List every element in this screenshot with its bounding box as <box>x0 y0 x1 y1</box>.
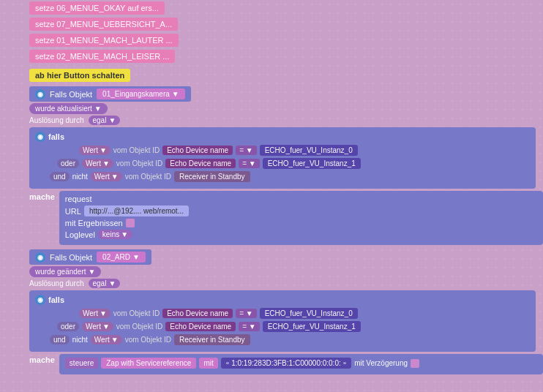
block1-loglevel-row: Loglevel keins ▼ <box>65 230 537 239</box>
block2: ◉ Falls Objekt 02_ARD ▼ wurde geändert ▼… <box>0 249 543 374</box>
block1-wurde-arrow: ▼ <box>94 105 102 113</box>
block1-mache-section: mache request URL http://...@192.... web… <box>29 191 543 245</box>
block2-wurde-tag[interactable]: wurde geändert ▼ <box>29 266 101 277</box>
block2-falls-label: falls <box>48 295 64 304</box>
block2-cond1-eq[interactable]: = ▼ <box>236 309 257 318</box>
block1-url-value[interactable]: http://...@192.... web/remot... <box>84 206 189 216</box>
block1-auslosung-row: Auslösung durch egal ▼ <box>29 116 543 125</box>
block1-cond3-vom: vom Objekt ID <box>125 173 171 181</box>
block1-mit-ergebnissen-label: mit Ergebnissen <box>65 219 123 227</box>
block2-cond3: und nicht Wert ▼ vom Objekt ID Receiver … <box>35 334 530 345</box>
strip-row-3: setze 01_MENUE_MACH_LAUTER ... <box>0 32 543 48</box>
block2-zap-tag[interactable]: Zap with Servicereference <box>101 358 196 369</box>
block1-request-label: request <box>65 195 92 203</box>
block1-cond1-wert[interactable]: Wert ▼ <box>79 146 111 155</box>
block1-loglevel-label: Loglevel <box>65 230 95 239</box>
main-container: setze 06_MENUE_OKAY auf ers... setze 07_… <box>0 0 543 392</box>
block2-cond2-wert[interactable]: Wert ▼ <box>82 322 113 331</box>
block2-cond3-nicht: nicht <box>72 336 88 344</box>
block1-cond3-nicht: nicht <box>72 173 88 181</box>
block1-url-label: URL <box>65 207 81 216</box>
strip-block-3[interactable]: setze 01_MENUE_MACH_LAUTER ... <box>29 34 179 47</box>
block1-wurde-row: wurde aktualisiert ▼ <box>29 103 543 114</box>
block1-cond3: und nicht Wert ▼ vom Objekt ID Receiver … <box>35 171 530 182</box>
block2-cond1-obj: Echo Device name <box>162 309 233 318</box>
block1-auslosung-label: Auslösung durch <box>29 116 84 124</box>
block2-cond1-echo-name[interactable]: ECHO_fuer_VU_Instanz_0 <box>260 308 358 319</box>
block1-egal-tag[interactable]: egal ▼ <box>89 116 121 125</box>
block2-wurde-row: wurde geändert ▼ <box>29 266 543 277</box>
block2-cond3-obj: Receiver in Standby <box>174 334 250 345</box>
block1-url-row: URL http://...@192.... web/remot... <box>65 206 537 216</box>
block2-falls-header: ◉ falls <box>35 295 530 305</box>
block2-cond2-obj: Echo Device name <box>165 322 236 331</box>
block2-mache-inner: steuere Zap with Servicereference mit « … <box>59 354 543 374</box>
block1-cond3-wert[interactable]: Wert ▼ <box>91 172 122 181</box>
strip-block-2[interactable]: setze 07_MENUE_UEBERSICHT_A... <box>29 18 178 31</box>
block1-cond1-obj: Echo Device name <box>162 146 233 155</box>
strip-block-1[interactable]: setze 06_MENUE_OKAY auf ers... <box>29 1 165 15</box>
block1-obj-arrow: ▼ <box>172 90 179 98</box>
block2-falls-section: ◉ falls Wert ▼ vom Objekt ID Echo Device… <box>29 290 536 352</box>
block2-cond3-und[interactable]: und <box>50 335 70 344</box>
block2-verz-dot[interactable] <box>411 359 419 368</box>
block1-mit-ergebnissen-checkbox[interactable] <box>126 219 135 227</box>
block1-mit-ergebnissen-row: mit Ergebnissen <box>65 219 537 227</box>
block1-cond2-eq[interactable]: = ▼ <box>239 159 260 168</box>
block1-mache-label: mache <box>29 191 55 201</box>
block1-circle-icon: ◉ <box>35 89 45 99</box>
block1-egal-arrow: ▼ <box>108 116 116 124</box>
block2-addr-tag[interactable]: « 1:0:19:283D:3FB:1:C00000:0:0:0: » <box>221 358 351 369</box>
block2-cond1: Wert ▼ vom Objekt ID Echo Device name = … <box>35 308 530 319</box>
block2-mache-section: mache steuere Zap with Servicereference … <box>29 354 543 374</box>
block2-cond2-oder[interactable]: oder <box>57 322 79 331</box>
block1-obj-name-tag[interactable]: 01_Eingangskamera ▼ <box>97 88 185 99</box>
block2-cond3-wert[interactable]: Wert ▼ <box>91 335 122 344</box>
block2-steuere-row: steuere Zap with Servicereference mit « … <box>65 358 537 369</box>
block2-cond1-vom: vom Objekt ID <box>113 309 160 317</box>
block2-mit-verz-label: mit Verzögerung <box>354 359 408 367</box>
block2-auslosung-row: Auslösung durch egal ▼ <box>29 279 543 288</box>
button-label: ab hier Button schalten <box>29 69 130 82</box>
block2-mache-label: mache <box>29 354 55 364</box>
block1-falls-label: falls <box>48 132 64 141</box>
strip-block-4[interactable]: setze 02_MENUE_MACH_LEISER ... <box>29 50 175 63</box>
block2-cond2-echo-name[interactable]: ECHO_fuer_VU_Instanz_1 <box>263 321 361 332</box>
block2-egal-arrow: ▼ <box>108 279 116 287</box>
block1-cond2-wert[interactable]: Wert ▼ <box>82 159 113 168</box>
block1-cond3-und[interactable]: und <box>50 172 70 181</box>
strip-row-2: setze 07_MENUE_UEBERSICHT_A... <box>0 16 543 32</box>
block2-wurde-arrow: ▼ <box>89 268 96 276</box>
block2-cond1-wert[interactable]: Wert ▼ <box>79 309 111 318</box>
block2-falls-objekt-label: Falls Objekt <box>50 253 92 262</box>
block2-obj-name-tag[interactable]: 02_ARD ▼ <box>97 252 146 263</box>
block2-falls-objekt-row: ◉ Falls Objekt 02_ARD ▼ <box>29 249 543 265</box>
block2-cond2-vom: vom Objekt ID <box>116 323 162 331</box>
block1-falls-objekt-label: Falls Objekt <box>50 90 92 99</box>
block1-falls-objekt-row: ◉ Falls Objekt 01_Eingangskamera ▼ <box>29 86 543 102</box>
block1-cond2-vom: vom Objekt ID <box>116 159 162 167</box>
block1-keins-tag[interactable]: keins ▼ <box>98 230 132 239</box>
strip-row-1: setze 06_MENUE_OKAY auf ers... <box>0 0 543 16</box>
block1-wurde-tag[interactable]: wurde aktualisiert ▼ <box>29 103 108 114</box>
block1-cond1-echo-name[interactable]: ECHO_fuer_VU_Instanz_0 <box>260 145 358 156</box>
block1-cond2: oder Wert ▼ vom Objekt ID Echo Device na… <box>35 158 530 169</box>
block1-cond2-echo-name[interactable]: ECHO_fuer_VU_Instanz_1 <box>263 158 361 169</box>
block2-steuere-tag: steuere <box>65 358 98 369</box>
block1-cond3-obj: Receiver in Standby <box>174 171 250 182</box>
block2-cond2-eq[interactable]: = ▼ <box>239 322 260 331</box>
block1-falls-objekt-bg: ◉ Falls Objekt 01_Eingangskamera ▼ <box>29 86 191 102</box>
block2-obj-arrow: ▼ <box>132 253 140 261</box>
block1-cond2-oder[interactable]: oder <box>57 159 79 168</box>
block2-falls-objekt-bg: ◉ Falls Objekt 02_ARD ▼ <box>29 249 151 265</box>
block2-circle-icon: ◉ <box>35 252 45 263</box>
block1-cond1-vom: vom Objekt ID <box>113 146 160 154</box>
block1-request-row: request <box>65 195 537 203</box>
block1-falls-icon: ◉ <box>35 132 45 142</box>
block2-cond2: oder Wert ▼ vom Objekt ID Echo Device na… <box>35 321 530 332</box>
block2-mit-tag[interactable]: mit <box>199 358 217 369</box>
block1-falls-header: ◉ falls <box>35 132 530 142</box>
block1-cond1: Wert ▼ vom Objekt ID Echo Device name = … <box>35 145 530 156</box>
block2-egal-tag[interactable]: egal ▼ <box>89 279 121 288</box>
block1-cond1-eq[interactable]: = ▼ <box>236 146 257 155</box>
